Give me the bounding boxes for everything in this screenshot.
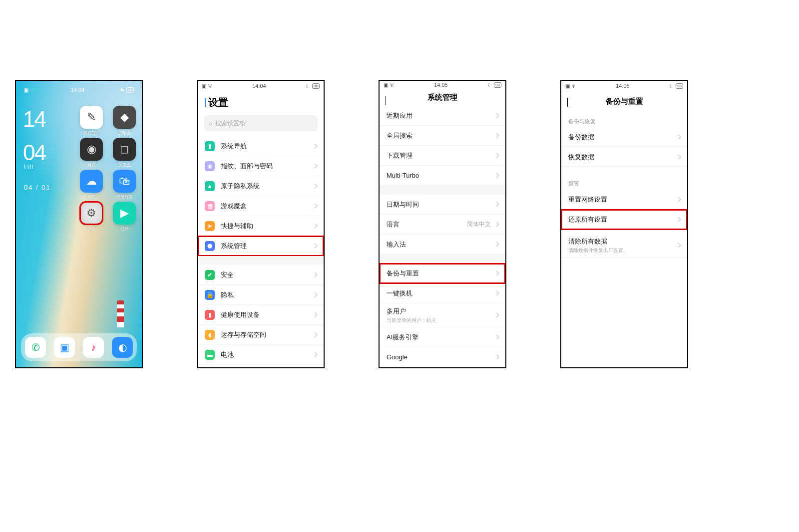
section-divider: [380, 186, 505, 195]
dock-music[interactable]: ♪: [83, 337, 104, 358]
item-global-search[interactable]: 全局搜索: [380, 126, 505, 146]
search-input[interactable]: ⌕ 搜索设置项: [204, 115, 318, 131]
chevron-right-icon: [676, 135, 681, 140]
chevron-right-icon: [494, 291, 499, 296]
health-icon: ▮: [205, 310, 215, 320]
storage-icon: ◖: [205, 330, 215, 340]
chevron-left-icon: [386, 96, 386, 105]
item-atom-privacy[interactable]: ▲原子隐私系统: [198, 176, 324, 196]
item-privacy[interactable]: 🔒隐私: [198, 285, 324, 305]
app-store[interactable]: 🛍应用商店: [113, 170, 136, 193]
app-weather[interactable]: ☁天气: [80, 170, 103, 193]
item-input-method[interactable]: 输入法: [380, 235, 505, 255]
chevron-right-icon: [313, 352, 318, 357]
app-clock[interactable]: ✎随机刻钟: [80, 106, 103, 129]
item-recent-apps[interactable]: 近期应用: [380, 106, 505, 126]
chevron-right-icon: [494, 242, 499, 247]
chevron-right-icon: [494, 202, 499, 207]
header: 系统管理: [380, 89, 505, 106]
status-bar: ▣ ⩛ 14:05 ☾ 98: [380, 81, 505, 89]
item-security[interactable]: ✔安全: [198, 265, 324, 285]
chevron-right-icon: [494, 222, 499, 227]
chevron-right-icon: [313, 204, 318, 209]
item-shortcuts[interactable]: ➤快捷与辅助: [198, 216, 324, 236]
phone-backup-reset: ▣ ⩛ 14:05 ☾ 98 备份与重置 备份与恢复 备份数据 恢复数据 重置 …: [560, 80, 688, 368]
lock-icon: 🔒: [205, 290, 215, 300]
app-settings[interactable]: ⚙设置: [80, 202, 103, 225]
item-datetime[interactable]: 日期与时间: [380, 195, 505, 215]
header: 备份与重置: [561, 91, 687, 112]
chevron-right-icon: [494, 313, 499, 318]
item-download-manager[interactable]: 下载管理: [380, 146, 505, 166]
back-button[interactable]: [567, 98, 574, 105]
app-cube[interactable]: ◻灰度盒: [113, 138, 136, 161]
chevron-right-icon: [494, 153, 499, 158]
item-fingerprint[interactable]: ◉指纹、面部与密码: [198, 156, 324, 176]
status-bar: ▣ ⋯ 14:04 ⇆ 98: [20, 85, 138, 95]
battery-icon: ▬: [205, 350, 215, 360]
chevron-right-icon: [494, 355, 499, 360]
status-time: 14:04: [252, 83, 266, 89]
gear-icon: ⬣: [205, 241, 215, 251]
item-multi-turbo[interactable]: Multi-Turbo: [380, 166, 505, 186]
status-time: 14:05: [616, 83, 630, 89]
language-value: 简体中文: [467, 220, 491, 229]
item-battery[interactable]: ▬电池: [198, 345, 324, 365]
chevron-right-icon: [676, 197, 681, 202]
app-imusic[interactable]: ▶i音乐: [113, 202, 136, 225]
chevron-right-icon: [494, 133, 499, 138]
item-restore-data[interactable]: 恢复数据: [561, 147, 687, 167]
item-ai-engine[interactable]: AI服务引擎: [380, 327, 505, 347]
chevron-right-icon: [494, 335, 499, 340]
app-camera[interactable]: ◉相机: [80, 138, 103, 161]
section-divider: [198, 256, 324, 265]
fingerprint-icon: ◉: [205, 161, 215, 171]
item-language[interactable]: 语言简体中文: [380, 215, 505, 235]
item-backup-reset[interactable]: 备份与重置: [380, 264, 505, 283]
item-multi-user[interactable]: 多用户当前登录的用户：机主: [380, 303, 505, 327]
wallpaper-lighthouse: [117, 300, 124, 327]
chevron-right-icon: [313, 184, 318, 189]
status-bar: ▣ ⩛ 14:05 ☾ 98: [561, 81, 687, 91]
item-wipe-all[interactable]: 清除所有数据清除数据并恢复出厂设置。: [561, 234, 687, 258]
chevron-right-icon: [313, 332, 318, 337]
item-clone[interactable]: 一键换机: [380, 283, 505, 303]
status-right: ☾ 98: [487, 82, 501, 88]
item-gamebox[interactable]: ▦游戏魔盒: [198, 196, 324, 216]
phone-home: ▣ ⋯ 14:04 ⇆ 98 14 04 FRI 04 / 01 ✎随机刻钟 ◆…: [15, 80, 143, 368]
item-sys-nav[interactable]: ▮系统导航: [198, 136, 324, 156]
item-reset-network[interactable]: 重置网络设置: [561, 190, 687, 210]
status-right: ☾ 98: [669, 83, 683, 89]
arrow-icon: ➤: [205, 221, 215, 231]
chevron-left-icon: [567, 98, 568, 107]
dock-phone[interactable]: ✆: [25, 337, 46, 358]
app-transformer[interactable]: ◆变形器: [113, 106, 136, 129]
section-reset: 重置: [561, 167, 687, 190]
chevron-right-icon: [313, 164, 318, 169]
dock-contacts[interactable]: ▣: [54, 337, 75, 358]
shield-icon: ✔: [205, 270, 215, 280]
home-apps-grid: ✎随机刻钟 ◆变形器 ◉相机 ◻灰度盒 ☁天气 🛍应用商店 ⚙设置 ▶i音乐: [80, 106, 137, 225]
status-bar: ▣ ⩛ 14:04 ☾ 98: [198, 81, 324, 91]
chevron-right-icon: [676, 243, 681, 248]
phone-system-management: ▣ ⩛ 14:05 ☾ 98 系统管理 近期应用 全局搜索 下载管理 Multi…: [379, 80, 506, 368]
page-title: 备份与重置: [606, 97, 643, 106]
search-icon: ⌕: [209, 120, 212, 127]
item-system-management[interactable]: ⬣系统管理: [198, 236, 324, 256]
dock-browser[interactable]: ◐: [112, 337, 133, 358]
phone-icon: ▮: [205, 141, 215, 151]
item-storage[interactable]: ◖运存与存储空间: [198, 325, 324, 345]
chevron-right-icon: [313, 272, 318, 277]
status-left: ▣ ⋯: [24, 87, 35, 93]
item-google[interactable]: Google: [380, 347, 505, 367]
back-button[interactable]: [386, 96, 393, 103]
chevron-right-icon: [313, 312, 318, 317]
page-title: 系统管理: [427, 93, 457, 102]
status-right: ☾ 98: [306, 83, 320, 89]
item-health[interactable]: ▮健康使用设备: [198, 305, 324, 325]
chevron-right-icon: [494, 271, 499, 276]
section-divider: [380, 255, 505, 264]
item-backup-data[interactable]: 备份数据: [561, 127, 687, 147]
item-reset-all[interactable]: 还原所有设置: [561, 210, 687, 230]
chevron-right-icon: [676, 155, 681, 160]
